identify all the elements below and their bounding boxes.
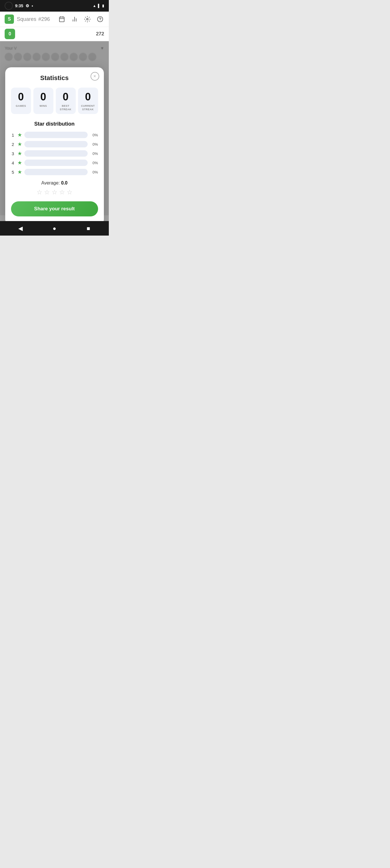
wifi-icon: ▲ bbox=[93, 4, 96, 8]
calendar-icon[interactable] bbox=[58, 15, 66, 23]
star-pct-3: 0% bbox=[90, 151, 98, 156]
stat-best-streak-value: 0 bbox=[57, 92, 74, 102]
star-distribution-rows: 1 ★ 0% 2 ★ 0% bbox=[11, 132, 98, 175]
star-num-3: 3 bbox=[11, 151, 15, 156]
total-score: 272 bbox=[96, 31, 104, 37]
avg-stars: ☆ ☆ ☆ ☆ ☆ bbox=[11, 189, 98, 196]
star-icon-5: ★ bbox=[18, 169, 22, 175]
stat-current-streak-value: 0 bbox=[80, 92, 96, 102]
average-text: Average: 0.0 bbox=[11, 181, 98, 186]
avg-star-5: ☆ bbox=[67, 189, 72, 196]
home-button[interactable]: ● bbox=[50, 224, 59, 232]
scrollable-content: Your V ▼ 3 💡 ↩ bbox=[0, 41, 109, 221]
bottom-nav-bar: ◀ ● ■ bbox=[0, 221, 109, 236]
chart-icon[interactable] bbox=[70, 15, 79, 23]
star-num-1: 1 bbox=[11, 132, 15, 137]
svg-point-7 bbox=[87, 18, 88, 20]
star-bar-bg-3 bbox=[24, 150, 88, 157]
status-left: 9:35 ⚙ ▪ bbox=[5, 2, 33, 10]
average-section: Average: 0.0 ☆ ☆ ☆ ☆ ☆ bbox=[11, 181, 98, 196]
recent-apps-button[interactable]: ■ bbox=[84, 224, 93, 232]
star-row-2: 2 ★ 0% bbox=[11, 141, 98, 147]
modal-title: Statistics bbox=[11, 74, 98, 82]
star-row-4: 4 ★ 0% bbox=[11, 160, 98, 166]
stat-wins-label: WINS bbox=[35, 104, 52, 108]
star-row-1: 1 ★ 0% bbox=[11, 132, 98, 138]
modal-close-button[interactable]: × bbox=[91, 72, 99, 81]
stat-best-streak-label: BESTSTREAK bbox=[57, 104, 74, 111]
stat-current-streak-label: CURRENTSTREAK bbox=[80, 104, 96, 111]
stat-card-current-streak: 0 CURRENTSTREAK bbox=[78, 88, 98, 114]
app-title: Squares #296 bbox=[16, 16, 55, 22]
star-icon-2: ★ bbox=[18, 141, 22, 147]
avg-star-3: ☆ bbox=[52, 189, 57, 196]
score-bar: 0 272 bbox=[0, 27, 109, 41]
settings-icon[interactable] bbox=[83, 15, 91, 23]
current-score-badge: 0 bbox=[5, 29, 15, 39]
stat-card-wins: 0 WINS bbox=[33, 88, 53, 114]
avg-star-4: ☆ bbox=[59, 189, 65, 196]
status-right: ▲ ▌ ▮ bbox=[93, 4, 104, 8]
star-num-2: 2 bbox=[11, 142, 15, 147]
header-icons bbox=[58, 15, 104, 23]
star-num-4: 4 bbox=[11, 160, 15, 165]
star-bar-bg-2 bbox=[24, 141, 88, 147]
sim-icon: ▪ bbox=[32, 3, 33, 8]
back-button[interactable]: ◀ bbox=[16, 224, 25, 232]
star-row-3: 3 ★ 0% bbox=[11, 150, 98, 157]
stats-row: 0 GAMES 0 WINS 0 BESTSTREAK 0 CURRENTSTR… bbox=[11, 88, 98, 114]
app-header: S Squares #296 bbox=[0, 11, 109, 27]
camera-cutout bbox=[5, 2, 13, 10]
star-pct-4: 0% bbox=[90, 161, 98, 165]
star-distribution-title: Star distribution bbox=[11, 121, 98, 127]
status-bar: 9:35 ⚙ ▪ ▲ ▌ ▮ bbox=[0, 0, 109, 11]
star-pct-1: 0% bbox=[90, 133, 98, 137]
star-pct-2: 0% bbox=[90, 142, 98, 147]
stat-card-best-streak: 0 BESTSTREAK bbox=[56, 88, 76, 114]
battery-icon: ▮ bbox=[102, 4, 104, 8]
stat-games-label: GAMES bbox=[13, 104, 29, 108]
star-num-5: 5 bbox=[11, 170, 15, 175]
status-time: 9:35 bbox=[15, 3, 23, 8]
share-result-button[interactable]: Share your result bbox=[11, 202, 98, 216]
page: 9:35 ⚙ ▪ ▲ ▌ ▮ S Squares #296 bbox=[0, 0, 109, 236]
star-bar-bg-5 bbox=[24, 169, 88, 175]
app-logo: S bbox=[5, 14, 14, 24]
stat-wins-value: 0 bbox=[35, 92, 52, 102]
statistics-modal: × Statistics 0 GAMES 0 WINS 0 bbox=[5, 67, 104, 221]
average-value: 0.0 bbox=[61, 181, 67, 185]
star-pct-5: 0% bbox=[90, 170, 98, 174]
star-row-5: 5 ★ 0% bbox=[11, 169, 98, 175]
star-bar-bg-4 bbox=[24, 160, 88, 166]
settings-icon: ⚙ bbox=[26, 3, 29, 8]
star-icon-1: ★ bbox=[18, 132, 22, 138]
star-bar-bg-1 bbox=[24, 132, 88, 138]
help-icon[interactable] bbox=[96, 15, 104, 23]
svg-rect-0 bbox=[59, 17, 64, 22]
modal-wrapper: × Statistics 0 GAMES 0 WINS 0 bbox=[5, 67, 104, 221]
star-icon-4: ★ bbox=[18, 160, 22, 166]
stat-card-games: 0 GAMES bbox=[11, 88, 31, 114]
avg-star-1: ☆ bbox=[36, 189, 42, 196]
stat-games-value: 0 bbox=[13, 92, 29, 102]
star-icon-3: ★ bbox=[18, 150, 22, 157]
signal-icon: ▌ bbox=[98, 4, 100, 8]
avg-star-2: ☆ bbox=[44, 189, 50, 196]
